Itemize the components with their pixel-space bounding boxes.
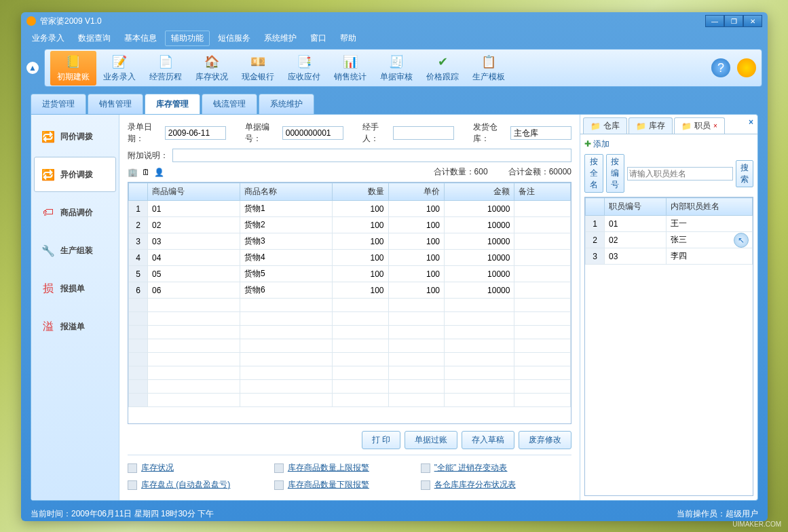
search-button[interactable]: 搜索	[736, 160, 753, 187]
grid-cell[interactable]	[240, 380, 333, 394]
grid-cell[interactable]	[333, 312, 389, 326]
side-nav-item[interactable]: 🏷商品调价	[34, 195, 116, 230]
grid-cell[interactable]: 10000	[445, 233, 514, 250]
grid-cell[interactable]	[388, 312, 445, 326]
main-tab[interactable]: 钱流管理	[202, 94, 257, 114]
grid-cell[interactable]	[388, 299, 445, 312]
grid-cell[interactable]: 李四	[667, 248, 753, 265]
grid-cell[interactable]	[129, 353, 148, 366]
grid-cell[interactable]: 货物6	[240, 282, 333, 299]
grid-cell[interactable]	[514, 299, 571, 312]
main-tab[interactable]: 进货管理	[31, 94, 86, 114]
grid-cell[interactable]: 货物2	[240, 217, 333, 233]
grid-cell[interactable]	[333, 366, 389, 380]
grid-cell[interactable]: 100	[333, 282, 389, 299]
grid-header[interactable]: 商品编号	[148, 183, 240, 201]
grid-cell[interactable]	[333, 353, 389, 366]
side-panel-tab[interactable]: 📁库存	[628, 117, 673, 134]
quick-link[interactable]: 库存状况	[141, 462, 174, 474]
side-panel-tab[interactable]: 📁职员×	[674, 117, 725, 134]
side-panel-tab[interactable]: 📁仓库	[583, 117, 627, 134]
main-tab[interactable]: 系统维护	[259, 94, 314, 114]
grid-cell[interactable]	[148, 366, 240, 380]
handler-input[interactable]	[393, 126, 454, 140]
grid-cell[interactable]	[333, 326, 389, 339]
help-icon[interactable]: ?	[711, 58, 730, 77]
grid-cell[interactable]	[129, 299, 148, 312]
grid-cell[interactable]	[388, 366, 445, 380]
menu-item[interactable]: 窗口	[305, 31, 332, 45]
toolbar-item[interactable]: ✔价格跟踪	[419, 51, 466, 86]
main-tab[interactable]: 销售管理	[88, 94, 143, 114]
grid-cell[interactable]: 1	[586, 216, 605, 232]
grid-cell[interactable]	[514, 201, 571, 217]
grid-header[interactable]: 单价	[388, 183, 445, 201]
grid-header[interactable]: 商品名称	[240, 183, 333, 201]
grid-cell[interactable]	[514, 282, 571, 299]
quick-link[interactable]: 库存商品数量上限报警	[288, 462, 369, 474]
grid-cell[interactable]: 货物5	[240, 266, 333, 282]
toolbar-item[interactable]: 💴现金银行	[235, 51, 281, 86]
grid-cell[interactable]	[388, 353, 445, 366]
grid-cell[interactable]: 100	[388, 266, 445, 282]
toolbar-item[interactable]: 📋生产模板	[466, 51, 512, 86]
grid-cell[interactable]	[445, 353, 514, 366]
grid-cell[interactable]	[445, 312, 514, 326]
quick-link[interactable]: 各仓库库存分布状况表	[434, 479, 516, 491]
grid-cell[interactable]: 6	[129, 282, 148, 299]
grid-cell[interactable]: 02	[605, 232, 667, 248]
grid-cell[interactable]	[388, 380, 445, 394]
grid-cell[interactable]: 100	[333, 250, 389, 266]
grid-cell[interactable]: 王一	[667, 216, 753, 232]
grid-header[interactable]: 职员编号	[605, 198, 667, 216]
grid-cell[interactable]	[514, 250, 571, 266]
grid-cell[interactable]	[148, 312, 240, 326]
close-button[interactable]: ✕	[743, 15, 762, 27]
grid-cell[interactable]: 05	[148, 266, 240, 282]
grid-cell[interactable]	[129, 339, 148, 353]
grid-cell[interactable]	[333, 394, 389, 407]
grid-cell[interactable]	[148, 326, 240, 339]
grid-cell[interactable]	[514, 353, 571, 366]
main-grid[interactable]: 商品编号商品名称数量单价金额备注101货物110010010000202货物21…	[128, 182, 571, 424]
grid-header[interactable]	[129, 183, 148, 201]
filter-code-button[interactable]: 按编号	[606, 154, 625, 193]
grid-cell[interactable]	[148, 353, 240, 366]
doc-input[interactable]	[282, 126, 343, 140]
grid-cell[interactable]: 3	[586, 248, 605, 265]
menu-item[interactable]: 数据查询	[73, 31, 116, 45]
grid-cell[interactable]: 货物3	[240, 233, 333, 250]
toolbar-item[interactable]: 📊销售统计	[327, 51, 373, 86]
search-input[interactable]	[627, 167, 733, 180]
grid-cell[interactable]	[129, 326, 148, 339]
grid-cell[interactable]	[129, 366, 148, 380]
grid-cell[interactable]	[514, 217, 571, 233]
grid-cell[interactable]	[514, 312, 571, 326]
date-input[interactable]	[165, 126, 226, 140]
grid-cell[interactable]	[445, 326, 514, 339]
globe-icon[interactable]	[737, 58, 756, 77]
warehouse-input[interactable]	[510, 126, 571, 140]
person-icon[interactable]: 👤	[154, 168, 164, 177]
grid-cell[interactable]	[445, 394, 514, 407]
grid-header[interactable]: 内部职员姓名	[667, 198, 753, 216]
side-nav-item[interactable]: 🔁异价调拨	[34, 157, 116, 192]
action-button[interactable]: 存入草稿	[462, 431, 514, 449]
grid-cell[interactable]	[240, 339, 333, 353]
grid-cell[interactable]	[514, 339, 571, 353]
grid-cell[interactable]	[445, 339, 514, 353]
grid-cell[interactable]	[240, 299, 333, 312]
grid-cell[interactable]: 100	[388, 201, 445, 217]
grid-cell[interactable]: 2	[586, 232, 605, 248]
grid-header[interactable]	[586, 198, 605, 216]
grid-cell[interactable]: 5	[129, 266, 148, 282]
menu-item[interactable]: 辅助功能	[165, 31, 210, 46]
grid-cell[interactable]: 货物4	[240, 250, 333, 266]
main-tab[interactable]: 库存管理	[145, 94, 200, 114]
grid-cell[interactable]	[129, 394, 148, 407]
grid-cell[interactable]	[148, 339, 240, 353]
grid-cell[interactable]: 02	[148, 217, 240, 233]
grid-cell[interactable]	[148, 299, 240, 312]
action-button[interactable]: 打 印	[362, 431, 400, 449]
grid-cell[interactable]: 100	[388, 233, 445, 250]
